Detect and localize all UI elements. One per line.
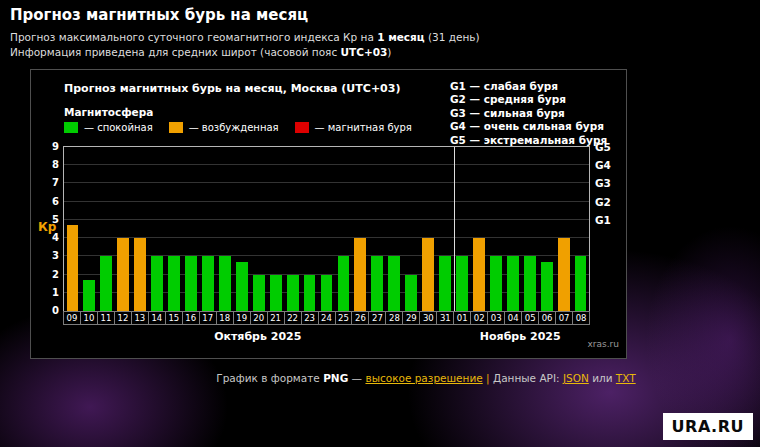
date-tick-09: 09 bbox=[63, 311, 81, 325]
json-link[interactable]: JSON bbox=[563, 372, 589, 384]
date-tick-13: 13 bbox=[131, 311, 149, 325]
legend-swatch-excited bbox=[169, 122, 183, 133]
y-axis-tick-3: 3 bbox=[45, 250, 59, 262]
g-axis-tick-g3: G3 bbox=[595, 177, 611, 189]
legend-item-storm: — магнитная буря bbox=[295, 122, 412, 133]
legend-item-quiet: — спокойная bbox=[64, 122, 153, 133]
y-axis-tick-6: 6 bbox=[45, 196, 59, 208]
date-tick-06: 06 bbox=[538, 311, 556, 325]
txt-link[interactable]: TXT bbox=[616, 372, 636, 384]
legend-item-excited: — возбужденная bbox=[169, 122, 279, 133]
page-subtitle-2: Информация приведена для средних широт (… bbox=[10, 46, 391, 58]
date-tick-31: 31 bbox=[436, 311, 454, 325]
month-separator-line bbox=[454, 147, 455, 311]
y-axis-tick-0: 0 bbox=[45, 305, 59, 317]
footer-api-text: Данные API: bbox=[493, 372, 560, 384]
kp-bar-15 bbox=[168, 256, 180, 311]
page-subtitle-1: Прогноз максимального суточного геомагни… bbox=[10, 31, 480, 43]
date-tick-07: 07 bbox=[555, 311, 573, 325]
legend-swatch-storm bbox=[295, 122, 309, 133]
date-tick-24: 24 bbox=[318, 311, 336, 325]
kp-bar-22 bbox=[287, 275, 299, 311]
kp-bar-13 bbox=[134, 238, 146, 311]
kp-bar-19 bbox=[236, 262, 248, 311]
ura-ru-logo[interactable]: URA.RU bbox=[663, 413, 753, 440]
kp-bar-09 bbox=[67, 225, 79, 311]
chart-title: Прогноз магнитных бурь на месяц, Москва … bbox=[64, 82, 400, 95]
date-tick-08: 08 bbox=[572, 311, 590, 325]
high-resolution-link[interactable]: высокое разрешение bbox=[365, 372, 482, 384]
kp-bar-14 bbox=[151, 256, 163, 311]
g-scale-legend-line-g2: G2 — средняя буря bbox=[450, 93, 607, 106]
legend-label: — спокойная bbox=[84, 122, 153, 133]
date-tick-10: 10 bbox=[80, 311, 98, 325]
subtitle-2-bold: UTC+03 bbox=[341, 46, 388, 58]
kp-bar-24 bbox=[321, 275, 333, 311]
kp-bar-08 bbox=[575, 256, 587, 311]
y-axis-tick-9: 9 bbox=[45, 141, 59, 153]
footer-or-text: или bbox=[592, 372, 612, 384]
legend-label: — магнитная буря bbox=[315, 122, 412, 133]
g-scale-legend-line-g3: G3 — сильная буря bbox=[450, 107, 607, 120]
subtitle-2-suffix: ) bbox=[387, 46, 391, 58]
kp-bar-12 bbox=[117, 238, 129, 311]
date-tick-16: 16 bbox=[182, 311, 200, 325]
y-axis-tick-1: 1 bbox=[45, 287, 59, 299]
footer-dash: — bbox=[352, 372, 363, 384]
month-label-november: Ноябрь 2025 bbox=[480, 330, 561, 343]
date-tick-27: 27 bbox=[368, 311, 386, 325]
subtitle-1-bold: 1 месяц bbox=[377, 31, 424, 43]
g-axis-tick-g4: G4 bbox=[595, 159, 611, 171]
kp-bar-10 bbox=[83, 280, 95, 311]
kp-bar-27 bbox=[371, 256, 383, 311]
date-tick-21: 21 bbox=[267, 311, 285, 325]
date-axis: 0910111213141516171819202122232425262728… bbox=[63, 311, 590, 325]
g-axis-tick-g1: G1 bbox=[595, 214, 611, 226]
kp-bar-01 bbox=[456, 256, 468, 311]
date-tick-02: 02 bbox=[470, 311, 488, 325]
gridline bbox=[64, 201, 589, 202]
date-tick-17: 17 bbox=[199, 311, 217, 325]
y-axis-tick-4: 4 bbox=[45, 232, 59, 244]
date-tick-30: 30 bbox=[419, 311, 437, 325]
gridline bbox=[64, 164, 589, 165]
forecast-chart-panel: Прогноз магнитных бурь на месяц, Москва … bbox=[30, 69, 627, 359]
legend-title: Магнитосфера bbox=[64, 106, 153, 118]
date-tick-12: 12 bbox=[114, 311, 132, 325]
date-tick-22: 22 bbox=[284, 311, 302, 325]
subtitle-2-text: Информация приведена для средних широт (… bbox=[10, 46, 341, 58]
kp-bar-18 bbox=[219, 256, 231, 311]
footer-png-label: PNG bbox=[323, 372, 348, 384]
date-tick-04: 04 bbox=[504, 311, 522, 325]
page-title: Прогноз магнитных бурь на месяц bbox=[10, 6, 308, 24]
kp-bar-07 bbox=[558, 238, 570, 311]
gridline bbox=[64, 219, 589, 220]
date-tick-05: 05 bbox=[521, 311, 539, 325]
kp-bar-04 bbox=[507, 256, 519, 311]
date-tick-11: 11 bbox=[97, 311, 115, 325]
kp-bar-23 bbox=[304, 275, 316, 311]
date-tick-18: 18 bbox=[216, 311, 234, 325]
kp-bar-02 bbox=[473, 238, 485, 311]
kp-bar-28 bbox=[388, 256, 400, 311]
date-tick-14: 14 bbox=[148, 311, 166, 325]
date-tick-03: 03 bbox=[487, 311, 505, 325]
kp-bar-16 bbox=[185, 256, 197, 311]
date-tick-26: 26 bbox=[351, 311, 369, 325]
kp-bar-26 bbox=[354, 238, 366, 311]
month-label-october: Октябрь 2025 bbox=[214, 330, 301, 343]
kp-bar-31 bbox=[439, 256, 451, 311]
date-tick-28: 28 bbox=[385, 311, 403, 325]
kp-bar-20 bbox=[253, 275, 265, 311]
kp-bar-06 bbox=[541, 262, 553, 311]
legend-swatch-quiet bbox=[64, 122, 78, 133]
date-tick-20: 20 bbox=[250, 311, 268, 325]
kp-bar-25 bbox=[338, 256, 350, 311]
g-scale-legend: G1 — слабая буря G2 — средняя буря G3 — … bbox=[450, 80, 607, 147]
kp-bar-05 bbox=[524, 256, 536, 311]
plot-area: 0910111213141516171819202122232425262728… bbox=[63, 146, 590, 312]
date-tick-15: 15 bbox=[165, 311, 183, 325]
y-axis-tick-2: 2 bbox=[45, 269, 59, 281]
footer-separator: | bbox=[486, 372, 490, 384]
date-tick-19: 19 bbox=[233, 311, 251, 325]
